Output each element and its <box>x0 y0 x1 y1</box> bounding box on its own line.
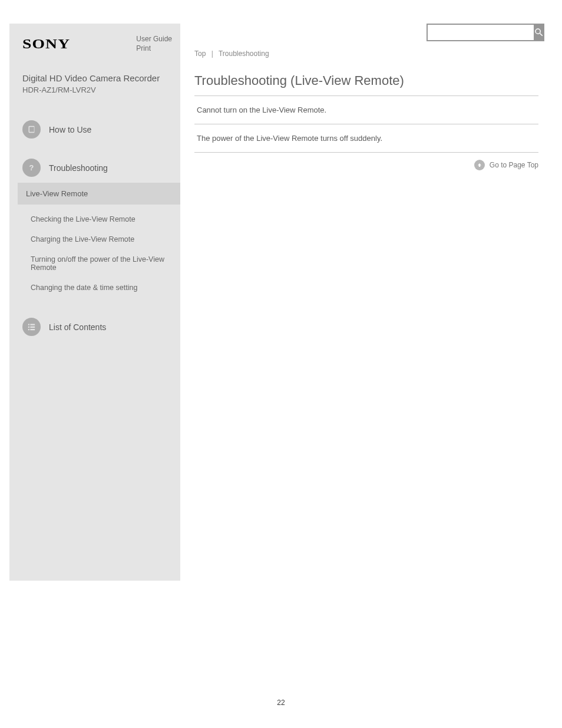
search-button[interactable] <box>534 24 544 41</box>
product-title: Digital HD Video Camera Recorder <box>22 73 172 83</box>
nav-sub-item[interactable]: Turning on/off the power of the Live-Vie… <box>28 249 172 278</box>
book-icon <box>22 120 41 139</box>
breadcrumb-troubleshooting[interactable]: Troubleshooting <box>219 50 269 58</box>
page-heading: Troubleshooting (Live-View Remote) <box>194 73 538 96</box>
nav-sub-item[interactable]: Checking the Live-View Remote <box>28 209 172 229</box>
content-link[interactable]: Cannot turn on the Live-View Remote. <box>197 106 326 114</box>
content-link-row: Cannot turn on the Live-View Remote. <box>194 96 538 124</box>
question-icon: ? <box>22 159 41 177</box>
nav-sub-list: Checking the Live-View Remote Charging t… <box>28 209 172 298</box>
arrow-up-icon <box>474 160 485 170</box>
nav-how-to-use-label: How to Use <box>49 125 91 134</box>
nav-troubleshooting[interactable]: ? Troubleshooting <box>22 156 172 179</box>
breadcrumb: Top | Troubleshooting <box>194 50 538 58</box>
print-link[interactable]: Print <box>136 44 151 52</box>
main-content: Top | Troubleshooting Troubleshooting (L… <box>180 24 538 581</box>
logo-row: SONY User Guide Print <box>22 34 172 53</box>
user-guide-link[interactable]: User Guide <box>136 35 172 43</box>
nav-current-section: Live-View Remote <box>18 183 180 205</box>
list-icon <box>22 318 41 336</box>
model-number: HDR-AZ1/RM-LVR2V <box>22 85 172 94</box>
nav-how-to-use[interactable]: How to Use <box>22 118 172 141</box>
search-input[interactable] <box>427 24 534 41</box>
svg-text:?: ? <box>29 163 34 172</box>
nav-troubleshooting-label: Troubleshooting <box>49 163 108 173</box>
content-link[interactable]: The power of the Live-View Remote turns … <box>197 134 382 143</box>
logo-side-links: User Guide Print <box>136 34 172 53</box>
nav-sub-item[interactable]: Changing the date & time setting <box>28 278 172 298</box>
go-to-top-label: Go to Page Top <box>490 161 538 169</box>
sidebar: SONY User Guide Print Digital HD Video C… <box>9 24 180 581</box>
nav-list-of-contents[interactable]: List of Contents <box>22 315 172 338</box>
go-to-top-link[interactable]: Go to Page Top <box>474 160 538 170</box>
nav-sub-item[interactable]: Charging the Live-View Remote <box>28 229 172 249</box>
content-link-row: The power of the Live-View Remote turns … <box>194 124 538 153</box>
breadcrumb-separator: | <box>211 50 213 58</box>
nav-list-of-contents-label: List of Contents <box>49 322 106 332</box>
search-icon <box>534 27 544 38</box>
brand-logo: SONY <box>22 36 70 52</box>
breadcrumb-top[interactable]: Top <box>194 50 206 58</box>
page-number: 22 <box>0 581 562 728</box>
search-box <box>427 24 538 41</box>
